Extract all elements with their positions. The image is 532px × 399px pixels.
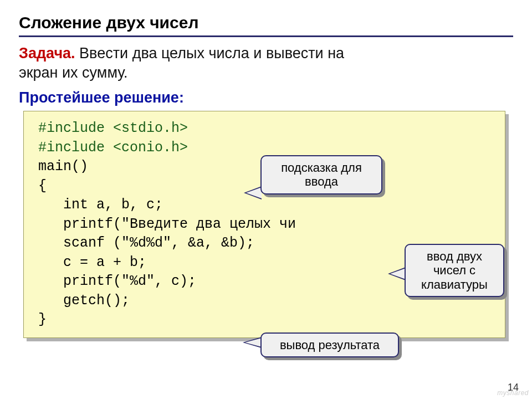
code-l4: { [38, 178, 47, 194]
code-l8: c = a + b; [38, 254, 146, 270]
code-l11: } [38, 311, 47, 328]
code-l2b: <conio.h> [113, 140, 188, 156]
task-line1: Ввести два целых числа и вывести на [75, 45, 344, 62]
code-l7: scanf ("%d%d", &a, &b); [38, 235, 254, 251]
callout-output: вывод результата [260, 332, 399, 357]
code-box: #include <stdio.h> #include <conio.h> ma… [23, 111, 505, 338]
code-l3: main() [38, 158, 88, 175]
code-l5: int a, b, c; [38, 197, 163, 213]
watermark: myshared [497, 389, 529, 397]
callout-input-hint: подсказка для ввода [260, 155, 382, 195]
title-rule [19, 35, 513, 37]
callout-3-tail-fill [245, 338, 262, 347]
callout-2-tail-fill [390, 268, 406, 279]
task-text: Задача. Ввести два целых числа и вывести… [19, 44, 513, 83]
slide: Сложение двух чисел Задача. Ввести два ц… [0, 0, 532, 399]
callout-1-tail-fill [246, 187, 262, 198]
code-l1b: <stdio.h> [113, 120, 188, 136]
solution-label: Простейшее решение: [19, 89, 513, 106]
callout-keyboard-input: ввод двух чисел с клавиатуры [405, 244, 504, 297]
task-label: Задача. [19, 45, 75, 62]
code-l9: printf("%d", c); [38, 273, 196, 289]
code-l10: getch(); [38, 293, 130, 309]
slide-title: Сложение двух чисел [19, 13, 513, 32]
code-l6: printf("Введите два целых чи [38, 216, 296, 232]
code-l1a: #include [38, 120, 113, 136]
code-l2a: #include [38, 140, 113, 156]
task-line2: экран их сумму. [19, 64, 128, 81]
